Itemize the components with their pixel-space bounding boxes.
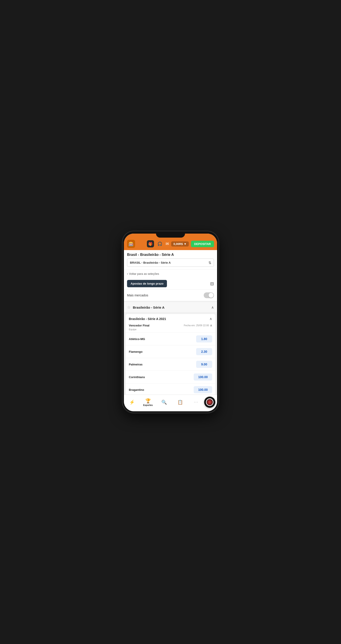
odds-button[interactable]: 100.00 xyxy=(194,374,212,380)
bet-card-title: Brasileirão - Série A 2021 xyxy=(129,317,166,321)
table-row: Atlético-MG 1.80 xyxy=(126,332,215,345)
support-icon[interactable]: 🎧 xyxy=(156,240,163,248)
team-rows-container: Atlético-MG 1.80 Flamengo 2.30 Palmeiras… xyxy=(126,332,215,394)
search-icon: 🔍 xyxy=(161,400,167,405)
table-row: Bragantino 100.00 xyxy=(126,383,215,394)
mail-icon[interactable]: ✉ xyxy=(166,242,169,246)
bet-card-header[interactable]: Brasileirão - Série A 2021 ∧ xyxy=(126,314,215,322)
back-link[interactable]: ‹ Voltar para as seleções xyxy=(124,270,217,278)
team-name: Flamengo xyxy=(129,350,142,354)
nav-item-betslip[interactable]: 📋 xyxy=(172,400,188,405)
phone-screen: 🎰 🎁 🎧 ✉ 0,00R$ ▼ DEPOSITAR Brasil - Bras… xyxy=(124,234,217,411)
favorite-star-icon[interactable]: ☆ xyxy=(127,305,131,310)
league-select[interactable]: BRASIL - Brasileirão - Série A xyxy=(127,258,214,267)
lightning-icon: ⚡ xyxy=(129,400,135,405)
table-row: Flamengo 2.30 xyxy=(126,345,215,358)
team-name: Palmeiras xyxy=(129,363,142,366)
page-title: Brasil - Brasileirão - Série A xyxy=(124,250,217,258)
nav-item-more[interactable]: ··· xyxy=(188,400,204,404)
long-bet-button[interactable]: Apostas de longo prazo xyxy=(127,280,167,287)
market-collapse-icon[interactable]: ∧ xyxy=(210,324,212,327)
odds-button[interactable]: 1.80 xyxy=(196,335,212,342)
phone-notch xyxy=(156,231,185,238)
more-icon: ··· xyxy=(194,400,198,404)
team-name: Corinthians xyxy=(129,376,145,379)
odds-button[interactable]: 2.30 xyxy=(196,348,212,355)
nav-item-lightning[interactable]: ⚡ xyxy=(124,400,140,405)
market-date: Fecha em: 25/09 22:00 xyxy=(184,324,209,327)
odds-button[interactable]: 100.00 xyxy=(194,386,212,393)
league-select-wrapper: BRASIL - Brasileirão - Série A ⇅ xyxy=(124,258,217,270)
bet-card-collapse-icon[interactable]: ∧ xyxy=(209,317,212,321)
deposit-button[interactable]: DEPOSITAR xyxy=(191,241,214,247)
section-header[interactable]: ☆ Brasileirão - Série A ∧ xyxy=(124,302,217,313)
odds-button[interactable]: 9.00 xyxy=(196,361,212,368)
casino-chip-icon xyxy=(206,398,213,406)
phone-frame: 🎰 🎁 🎧 ✉ 0,00R$ ▼ DEPOSITAR Brasil - Bras… xyxy=(123,231,218,413)
action-bar: Apostas de longo prazo ⊟ xyxy=(124,278,217,290)
balance-chevron: ▼ xyxy=(184,242,187,246)
betslip-icon: 📋 xyxy=(177,400,183,405)
more-markets-bar: Mais mercados xyxy=(124,290,217,302)
market-subtitle: Equipe xyxy=(126,328,215,332)
table-row: Corinthians 100.00 xyxy=(126,370,215,383)
section-collapse-icon[interactable]: ∧ xyxy=(211,305,214,310)
team-name: Atlético-MG xyxy=(129,337,145,341)
balance-value: 0,00R$ xyxy=(173,242,183,246)
table-row: Palmeiras 9.00 xyxy=(126,358,215,370)
section-title: Brasileirão - Série A xyxy=(133,306,209,309)
toggle-knob xyxy=(209,293,213,298)
back-chevron-icon: ‹ xyxy=(127,272,128,276)
bottom-nav: ⚡ 🏆 Esportes 🔍 📋 ··· xyxy=(124,394,217,411)
sports-nav-label: Esportes xyxy=(143,404,153,406)
market-header: Vencedor Final Fecha em: 25/09 22:00 ∧ xyxy=(126,322,215,328)
team-name: Bragantino xyxy=(129,388,144,392)
main-content: Brasil - Brasileirão - Série A BRASIL - … xyxy=(124,250,217,394)
more-markets-label: Mais mercados xyxy=(127,294,148,297)
market-title: Vencedor Final xyxy=(129,324,149,327)
bet-card: Brasileirão - Série A 2021 ∧ Vencedor Fi… xyxy=(126,314,215,394)
select-container: BRASIL - Brasileirão - Série A ⇅ xyxy=(127,258,214,267)
app-logo: 🎰 xyxy=(127,240,135,248)
gift-icon[interactable]: 🎁 xyxy=(147,240,154,248)
casino-button[interactable] xyxy=(204,396,215,408)
back-link-label: Voltar para as seleções xyxy=(129,272,159,276)
nav-item-search[interactable]: 🔍 xyxy=(156,400,172,405)
filter-icon[interactable]: ⊟ xyxy=(210,281,214,286)
sports-icon: 🏆 xyxy=(145,398,151,404)
more-markets-toggle[interactable] xyxy=(204,292,214,298)
nav-item-sports[interactable]: 🏆 Esportes xyxy=(140,398,156,406)
balance-display[interactable]: 0,00R$ ▼ xyxy=(171,242,189,246)
